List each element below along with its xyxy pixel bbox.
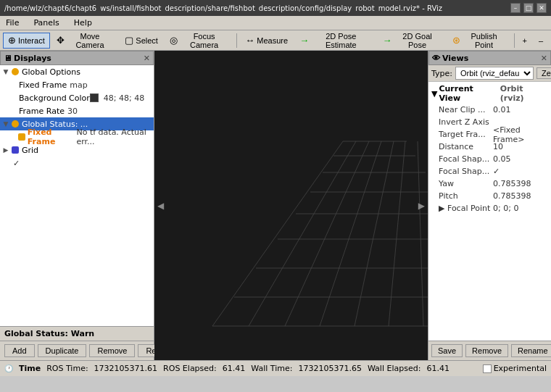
measure-button[interactable]: ↔ Measure — [240, 33, 293, 49]
current-view-section: ▼ Current View Orbit (rviz) Near Clip ..… — [428, 82, 551, 216]
grid-svg: .grid-line { stroke: #444; stroke-width:… — [154, 51, 428, 360]
grid-check-value: ✓ — [13, 159, 20, 168]
extra-button[interactable]: + — [517, 33, 531, 49]
ff-error-key: Fixed Frame — [28, 128, 74, 146]
interact-label: Interact — [18, 36, 45, 45]
time-clock-icon: 🕐 — [4, 364, 13, 372]
near-clip-key: Near Clip ... — [439, 105, 493, 114]
svg-line-10 — [249, 141, 356, 326]
wall-time-value: 1732105371.65 — [298, 364, 361, 373]
viewport[interactable]: .grid-line { stroke: #444; stroke-width:… — [154, 51, 428, 360]
bg-color-swatch — [90, 93, 99, 102]
svg-line-15 — [418, 141, 423, 326]
current-view-header[interactable]: ▼ Current View Orbit (rviz) — [431, 83, 548, 104]
pitch-val: 0.785398 — [493, 191, 531, 201]
views-type-row: Type: Orbit (rviz_defau Zero — [428, 65, 551, 82]
svg-line-9 — [212, 141, 343, 326]
select-button[interactable]: ▢ Select — [120, 33, 163, 49]
views-remove-button[interactable]: Remove — [465, 344, 508, 357]
svg-line-12 — [320, 141, 381, 326]
viewport-arrow-right[interactable]: ▶ — [418, 201, 425, 211]
focus-camera-button[interactable]: ◎ Focus Camera — [165, 33, 234, 49]
focal-shape2-val: ✓ — [493, 167, 500, 176]
distance-val: 10 — [493, 142, 503, 151]
experimental-checkbox[interactable] — [483, 364, 492, 373]
frame-rate-value: 30 — [67, 107, 78, 116]
pose-estimate-button[interactable]: → 2D Pose Estimate — [294, 33, 376, 49]
background-color-row[interactable]: Background Color 48; 48; 48 — [0, 91, 154, 104]
measure-label: Measure — [257, 36, 288, 45]
focus-camera-icon: ◎ — [170, 35, 178, 46]
focal-shape2-key: Focal Shap... — [439, 167, 493, 176]
views-save-button[interactable]: Save — [431, 344, 463, 357]
current-view-title: Current View — [439, 84, 495, 103]
ff-error-icon — [17, 132, 26, 142]
menu-panels[interactable]: Panels — [30, 17, 62, 28]
status-warn-text: Global Status: Warn — [4, 329, 94, 338]
right-panel: 👁 Views ✕ Type: Orbit (rviz_defau Zero ▼… — [428, 51, 551, 360]
remove-button[interactable]: Remove — [89, 344, 135, 357]
global-options-icon — [10, 67, 20, 77]
yaw-key: Yaw — [439, 179, 493, 188]
experimental-check: Experimental — [483, 364, 547, 373]
grid-check-row[interactable]: ✓ — [0, 157, 154, 170]
bg-color-value: 48; 48; 48 — [104, 93, 144, 103]
ros-elapsed-value: 61.41 — [223, 364, 246, 373]
status-warn-bar: Global Status: Warn — [0, 326, 154, 341]
displays-close-button[interactable]: ✕ — [144, 54, 150, 63]
displays-header: 🖥 Displays ✕ — [0, 51, 154, 65]
wall-elapsed-value: 61.41 — [426, 364, 450, 373]
fixed-frame-row[interactable]: Fixed Frame map — [0, 78, 154, 91]
menu-help[interactable]: Help — [71, 17, 95, 28]
near-clip-row: Near Clip ... 0.01 — [431, 104, 548, 116]
focal-shape1-row: Focal Shap... 0.05 — [431, 153, 548, 165]
views-zero-button[interactable]: Zero — [536, 67, 551, 79]
fixed-frame-error-row[interactable]: Fixed Frame No tf data. Actual err... — [0, 130, 154, 143]
yaw-val: 0.785398 — [493, 179, 531, 188]
viewport-arrow-left[interactable]: ◀ — [157, 201, 164, 211]
measure-icon: ↔ — [245, 35, 254, 46]
views-close-button[interactable]: ✕ — [541, 54, 547, 63]
grid-expand[interactable]: ▶ — [1, 146, 10, 154]
toolbar-separator-1 — [236, 33, 237, 48]
bottom-buttons: Add Duplicate Remove Rename — [0, 341, 154, 360]
toolbar: ⊕ Interact ✥ Move Camera ▢ Select ◎ Focu… — [0, 30, 551, 51]
global-options-item[interactable]: ▼ Global Options — [0, 65, 154, 78]
views-header: 👁 Views ✕ — [428, 51, 551, 65]
yaw-row: Yaw 0.785398 — [431, 178, 548, 190]
title-bar-buttons: – □ ✕ — [510, 3, 547, 13]
global-status-expand[interactable]: ▼ — [1, 120, 10, 128]
global-options-expand[interactable]: ▼ — [1, 68, 10, 75]
frame-rate-key: Frame Rate — [19, 107, 65, 116]
add-button[interactable]: Add — [4, 344, 35, 357]
frame-rate-row[interactable]: Frame Rate 30 — [0, 104, 154, 117]
interact-button[interactable]: ⊕ Interact — [3, 33, 50, 49]
pose-estimate-label: 2D Pose Estimate — [311, 32, 370, 49]
grid-icon — [10, 145, 20, 155]
move-camera-label: Move Camera — [67, 32, 114, 49]
current-view-expand: ▼ — [431, 89, 437, 99]
close-button[interactable]: ✕ — [536, 3, 547, 13]
views-header-icon: 👁 — [432, 54, 440, 63]
publish-point-button[interactable]: ⊛ Publish Point — [447, 33, 511, 49]
pose-estimate-icon: → — [299, 35, 309, 46]
ros-elapsed-label: ROS Elapsed: — [163, 364, 217, 373]
svg-line-14 — [389, 141, 405, 326]
minus-button[interactable]: – — [534, 33, 548, 49]
maximize-button[interactable]: □ — [523, 3, 534, 13]
duplicate-button[interactable]: Duplicate — [38, 344, 87, 357]
move-camera-button[interactable]: ✥ Move Camera — [51, 33, 119, 49]
bg-color-key: Background Color — [19, 93, 90, 103]
views-rename-button[interactable]: Rename — [511, 344, 551, 357]
goal-pose-button[interactable]: → 2D Goal Pose — [378, 33, 446, 49]
extra-icon: + — [522, 36, 526, 45]
near-clip-val: 0.01 — [493, 105, 511, 114]
experimental-label: Experimental — [494, 364, 547, 373]
move-camera-icon: ✥ — [57, 35, 65, 46]
wall-time-label: Wall Time: — [251, 364, 292, 373]
minimize-button[interactable]: – — [510, 3, 521, 13]
views-type-select[interactable]: Orbit (rviz_defau — [455, 67, 534, 80]
svg-line-13 — [355, 141, 394, 326]
target-frame-key: Target Fra... — [439, 130, 493, 139]
menu-file[interactable]: File — [3, 17, 22, 28]
